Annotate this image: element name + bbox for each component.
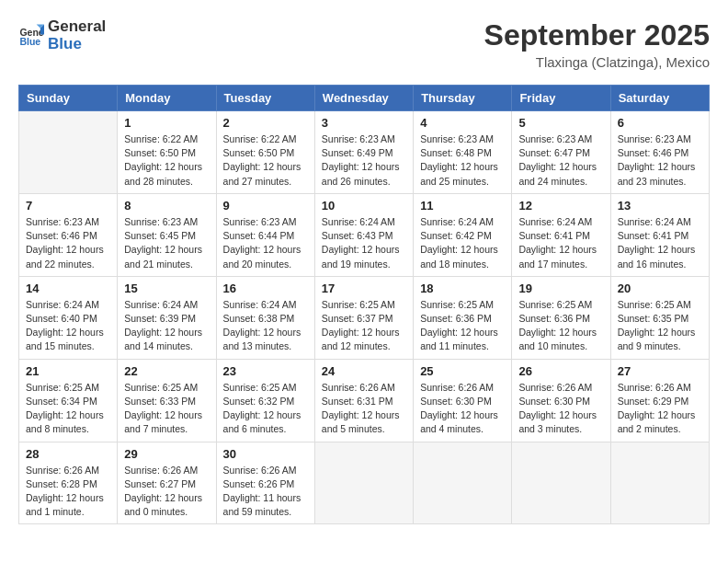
day-info: Sunrise: 6:25 AM Sunset: 6:35 PM Dayligh… bbox=[618, 298, 702, 354]
day-number: 22 bbox=[124, 364, 209, 378]
calendar-cell: 20Sunrise: 6:25 AM Sunset: 6:35 PM Dayli… bbox=[610, 276, 709, 359]
day-info: Sunrise: 6:26 AM Sunset: 6:31 PM Dayligh… bbox=[322, 381, 406, 437]
calendar-cell: 19Sunrise: 6:25 AM Sunset: 6:36 PM Dayli… bbox=[512, 276, 610, 359]
day-number: 28 bbox=[26, 447, 110, 461]
day-info: Sunrise: 6:23 AM Sunset: 6:44 PM Dayligh… bbox=[223, 215, 308, 271]
day-number: 7 bbox=[26, 199, 110, 213]
day-number: 4 bbox=[420, 116, 505, 130]
calendar-cell: 14Sunrise: 6:24 AM Sunset: 6:40 PM Dayli… bbox=[19, 276, 118, 359]
day-info: Sunrise: 6:24 AM Sunset: 6:43 PM Dayligh… bbox=[322, 215, 406, 271]
day-info: Sunrise: 6:25 AM Sunset: 6:33 PM Dayligh… bbox=[124, 381, 209, 437]
calendar-cell: 16Sunrise: 6:24 AM Sunset: 6:38 PM Dayli… bbox=[216, 276, 314, 359]
day-info: Sunrise: 6:25 AM Sunset: 6:34 PM Dayligh… bbox=[26, 381, 110, 437]
calendar-cell: 3Sunrise: 6:23 AM Sunset: 6:49 PM Daylig… bbox=[314, 111, 413, 194]
day-number: 24 bbox=[322, 364, 406, 378]
day-number: 27 bbox=[618, 364, 702, 378]
logo-icon: General Blue bbox=[18, 23, 44, 49]
day-number: 26 bbox=[518, 364, 603, 378]
calendar-cell: 6Sunrise: 6:23 AM Sunset: 6:46 PM Daylig… bbox=[610, 111, 709, 194]
calendar-cell: 29Sunrise: 6:26 AM Sunset: 6:27 PM Dayli… bbox=[118, 442, 216, 524]
calendar-week-row: 21Sunrise: 6:25 AM Sunset: 6:34 PM Dayli… bbox=[19, 359, 710, 442]
day-info: Sunrise: 6:22 AM Sunset: 6:50 PM Dayligh… bbox=[223, 132, 308, 189]
day-number: 20 bbox=[618, 282, 702, 295]
calendar-cell: 15Sunrise: 6:24 AM Sunset: 6:39 PM Dayli… bbox=[118, 276, 216, 359]
location-title: Tlaxinga (Clatzinga), Mexico bbox=[484, 54, 710, 70]
day-number: 11 bbox=[420, 199, 505, 213]
calendar-cell: 13Sunrise: 6:24 AM Sunset: 6:41 PM Dayli… bbox=[610, 193, 709, 276]
calendar-cell: 17Sunrise: 6:25 AM Sunset: 6:37 PM Dayli… bbox=[314, 276, 413, 359]
month-title: September 2025 bbox=[484, 18, 710, 52]
day-number: 19 bbox=[518, 282, 603, 295]
day-info: Sunrise: 6:24 AM Sunset: 6:40 PM Dayligh… bbox=[26, 298, 110, 354]
day-info: Sunrise: 6:26 AM Sunset: 6:30 PM Dayligh… bbox=[420, 381, 505, 437]
day-number: 3 bbox=[322, 116, 406, 130]
weekday-header: Monday bbox=[118, 86, 216, 111]
day-number: 6 bbox=[618, 116, 702, 130]
day-info: Sunrise: 6:23 AM Sunset: 6:49 PM Dayligh… bbox=[322, 132, 406, 189]
calendar-cell: 4Sunrise: 6:23 AM Sunset: 6:48 PM Daylig… bbox=[414, 111, 512, 194]
calendar-cell bbox=[314, 442, 413, 524]
day-number: 17 bbox=[322, 282, 406, 295]
day-info: Sunrise: 6:26 AM Sunset: 6:26 PM Dayligh… bbox=[223, 464, 308, 520]
calendar-cell: 26Sunrise: 6:26 AM Sunset: 6:30 PM Dayli… bbox=[512, 359, 610, 442]
calendar-cell: 25Sunrise: 6:26 AM Sunset: 6:30 PM Dayli… bbox=[414, 359, 512, 442]
weekday-header: Sunday bbox=[19, 86, 118, 111]
calendar-cell: 27Sunrise: 6:26 AM Sunset: 6:29 PM Dayli… bbox=[610, 359, 709, 442]
calendar-cell: 10Sunrise: 6:24 AM Sunset: 6:43 PM Dayli… bbox=[314, 193, 413, 276]
day-number: 16 bbox=[223, 282, 308, 295]
calendar-header-row: SundayMondayTuesdayWednesdayThursdayFrid… bbox=[19, 86, 710, 111]
calendar-cell bbox=[610, 442, 709, 524]
day-number: 30 bbox=[223, 447, 308, 461]
calendar-cell bbox=[414, 442, 512, 524]
day-number: 14 bbox=[26, 282, 110, 295]
day-info: Sunrise: 6:26 AM Sunset: 6:27 PM Dayligh… bbox=[124, 464, 209, 520]
day-number: 25 bbox=[420, 364, 505, 378]
calendar-cell: 28Sunrise: 6:26 AM Sunset: 6:28 PM Dayli… bbox=[19, 442, 118, 524]
calendar-cell: 30Sunrise: 6:26 AM Sunset: 6:26 PM Dayli… bbox=[216, 442, 314, 524]
day-info: Sunrise: 6:22 AM Sunset: 6:50 PM Dayligh… bbox=[124, 132, 209, 189]
calendar-week-row: 1Sunrise: 6:22 AM Sunset: 6:50 PM Daylig… bbox=[19, 111, 710, 194]
day-info: Sunrise: 6:23 AM Sunset: 6:46 PM Dayligh… bbox=[618, 132, 702, 189]
calendar-cell: 1Sunrise: 6:22 AM Sunset: 6:50 PM Daylig… bbox=[118, 111, 216, 194]
calendar-cell: 7Sunrise: 6:23 AM Sunset: 6:46 PM Daylig… bbox=[19, 193, 118, 276]
weekday-header: Friday bbox=[512, 86, 610, 111]
calendar-cell bbox=[512, 442, 610, 524]
logo-general: General bbox=[48, 18, 106, 36]
day-info: Sunrise: 6:25 AM Sunset: 6:32 PM Dayligh… bbox=[223, 381, 308, 437]
calendar-cell: 2Sunrise: 6:22 AM Sunset: 6:50 PM Daylig… bbox=[216, 111, 314, 194]
calendar-week-row: 14Sunrise: 6:24 AM Sunset: 6:40 PM Dayli… bbox=[19, 276, 710, 359]
day-number: 2 bbox=[223, 116, 308, 130]
day-info: Sunrise: 6:24 AM Sunset: 6:42 PM Dayligh… bbox=[420, 215, 505, 271]
day-number: 23 bbox=[223, 364, 308, 378]
day-number: 13 bbox=[618, 199, 702, 213]
title-area: September 2025 Tlaxinga (Clatzinga), Mex… bbox=[484, 18, 710, 70]
day-info: Sunrise: 6:23 AM Sunset: 6:47 PM Dayligh… bbox=[518, 132, 603, 189]
day-info: Sunrise: 6:26 AM Sunset: 6:29 PM Dayligh… bbox=[618, 381, 702, 437]
calendar-cell: 9Sunrise: 6:23 AM Sunset: 6:44 PM Daylig… bbox=[216, 193, 314, 276]
weekday-header: Wednesday bbox=[314, 86, 413, 111]
day-number: 29 bbox=[124, 447, 209, 461]
day-info: Sunrise: 6:25 AM Sunset: 6:36 PM Dayligh… bbox=[518, 298, 603, 354]
day-number: 10 bbox=[322, 199, 406, 213]
calendar-table: SundayMondayTuesdayWednesdayThursdayFrid… bbox=[18, 85, 710, 524]
calendar-cell: 21Sunrise: 6:25 AM Sunset: 6:34 PM Dayli… bbox=[19, 359, 118, 442]
day-number: 12 bbox=[518, 199, 603, 213]
day-info: Sunrise: 6:25 AM Sunset: 6:36 PM Dayligh… bbox=[420, 298, 505, 354]
logo-blue: Blue bbox=[48, 36, 106, 53]
day-number: 1 bbox=[124, 116, 209, 130]
calendar-cell: 22Sunrise: 6:25 AM Sunset: 6:33 PM Dayli… bbox=[118, 359, 216, 442]
day-number: 15 bbox=[124, 282, 209, 295]
calendar-cell: 12Sunrise: 6:24 AM Sunset: 6:41 PM Dayli… bbox=[512, 193, 610, 276]
day-info: Sunrise: 6:23 AM Sunset: 6:46 PM Dayligh… bbox=[26, 215, 110, 271]
calendar-cell: 11Sunrise: 6:24 AM Sunset: 6:42 PM Dayli… bbox=[414, 193, 512, 276]
header: General Blue General Blue September 2025… bbox=[18, 18, 710, 70]
day-info: Sunrise: 6:24 AM Sunset: 6:39 PM Dayligh… bbox=[124, 298, 209, 354]
calendar-cell: 18Sunrise: 6:25 AM Sunset: 6:36 PM Dayli… bbox=[414, 276, 512, 359]
calendar-week-row: 7Sunrise: 6:23 AM Sunset: 6:46 PM Daylig… bbox=[19, 193, 710, 276]
calendar-cell: 8Sunrise: 6:23 AM Sunset: 6:45 PM Daylig… bbox=[118, 193, 216, 276]
svg-text:Blue: Blue bbox=[19, 35, 40, 46]
weekday-header: Tuesday bbox=[216, 86, 314, 111]
day-number: 21 bbox=[26, 364, 110, 378]
day-info: Sunrise: 6:26 AM Sunset: 6:30 PM Dayligh… bbox=[518, 381, 603, 437]
day-info: Sunrise: 6:23 AM Sunset: 6:48 PM Dayligh… bbox=[420, 132, 505, 189]
